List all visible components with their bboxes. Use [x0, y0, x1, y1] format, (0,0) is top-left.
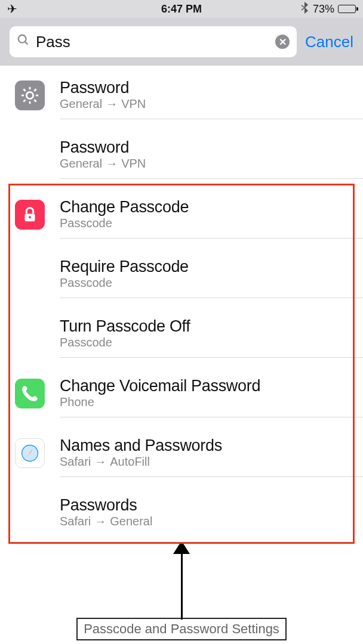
result-path-segment: Passcode	[60, 336, 112, 349]
search-field[interactable]: ✕	[10, 26, 297, 57]
result-icon-slot	[0, 200, 60, 230]
result-path: Safari → AutoFill	[60, 455, 356, 469]
result-path-segment: Phone	[60, 395, 94, 409]
annotation-caption: Passcode and Password Settings	[76, 618, 287, 640]
result-path-segment: VPN	[121, 157, 146, 171]
search-result-row[interactable]: Turn Passcode Off Passcode	[0, 304, 363, 364]
result-path: General → VPN	[60, 157, 356, 171]
svg-line-9	[23, 100, 25, 101]
search-icon	[17, 33, 30, 50]
chevron-right-icon: →	[94, 515, 106, 528]
result-path: Passcode	[60, 336, 356, 349]
result-icon-slot	[0, 379, 60, 408]
result-title: Require Passcode	[60, 258, 356, 276]
result-title: Password	[60, 79, 356, 97]
result-path: Phone	[60, 395, 356, 409]
search-result-row[interactable]: Passwords Safari → General	[0, 483, 363, 543]
result-icon-slot	[0, 80, 60, 110]
bluetooth-icon	[301, 2, 309, 17]
search-results: Password General → VPN Password General …	[0, 66, 363, 543]
search-result-row[interactable]: Password General → VPN	[0, 125, 363, 185]
search-header: ✕ Cancel	[0, 18, 363, 66]
svg-line-7	[23, 89, 25, 91]
svg-line-1	[25, 42, 28, 45]
result-path-segment: AutoFill	[110, 455, 150, 469]
result-path-segment: General	[60, 97, 102, 111]
result-title: Passwords	[60, 496, 356, 515]
search-result-row[interactable]: Change Passcode Passcode	[0, 185, 363, 244]
battery-percent: 73%	[313, 3, 334, 16]
result-path: Passcode	[60, 216, 356, 230]
cancel-button[interactable]: Cancel	[305, 33, 353, 51]
result-title: Turn Passcode Off	[60, 317, 356, 336]
search-result-row[interactable]: Require Passcode Passcode	[0, 244, 363, 304]
svg-line-10	[34, 89, 36, 91]
search-result-row[interactable]: Password General → VPN	[0, 66, 363, 125]
result-icon-slot	[0, 438, 60, 468]
status-bar: ✈ 6:47 PM 73%	[0, 0, 363, 18]
settings-app-icon	[15, 80, 45, 110]
svg-line-8	[34, 100, 36, 101]
result-path-segment: Safari	[60, 515, 91, 528]
result-path-segment: Safari	[60, 455, 91, 469]
result-path-segment: General	[60, 157, 102, 171]
chevron-right-icon: →	[94, 455, 106, 469]
chevron-right-icon: →	[106, 157, 118, 171]
chevron-right-icon: →	[106, 97, 118, 111]
result-path-segment: Passcode	[60, 216, 112, 230]
result-path-segment: VPN	[121, 97, 146, 111]
annotation-arrow	[0, 541, 363, 620]
result-title: Change Voicemail Password	[60, 377, 356, 395]
status-time: 6:47 PM	[161, 3, 202, 16]
search-result-row[interactable]: Names and Passwords Safari → AutoFill	[0, 423, 363, 483]
search-result-row[interactable]: Change Voicemail Password Phone	[0, 364, 363, 423]
battery-icon	[338, 5, 356, 13]
safari-app-icon	[15, 438, 45, 468]
search-input[interactable]	[36, 33, 269, 51]
result-path: General → VPN	[60, 97, 356, 111]
phone-app-icon	[15, 379, 45, 408]
result-path: Passcode	[60, 276, 356, 290]
clear-search-button[interactable]: ✕	[275, 35, 290, 49]
result-path: Safari → General	[60, 515, 356, 528]
result-path-segment: Passcode	[60, 276, 112, 290]
svg-point-0	[19, 35, 26, 43]
result-title: Change Passcode	[60, 198, 356, 216]
svg-point-12	[29, 216, 31, 218]
passcode-app-icon	[15, 200, 45, 230]
airplane-mode-icon: ✈	[7, 2, 17, 16]
result-title: Names and Passwords	[60, 436, 356, 455]
result-path-segment: General	[110, 515, 152, 528]
result-title: Password	[60, 138, 356, 157]
svg-point-2	[26, 92, 33, 98]
